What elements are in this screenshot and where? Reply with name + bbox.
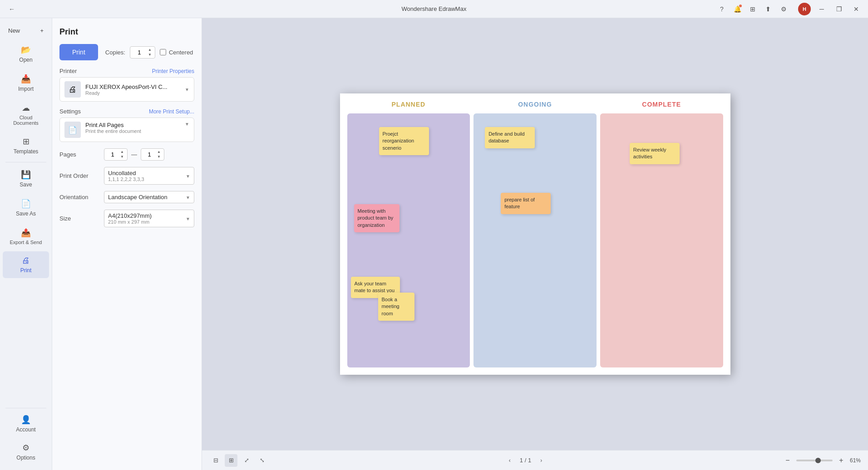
printer-section: Printer Printer Properties 🖨 FUJI XEROX … — [59, 68, 194, 102]
toolbar-icons: ? 🔔 ⊞ ⬆ ⚙ — [715, 3, 794, 15]
pages-dash: — — [131, 151, 137, 158]
save-label: Save — [20, 181, 32, 188]
layout-button[interactable]: ⊞ — [746, 3, 759, 15]
settings-dropdown-arrow[interactable]: ▼ — [185, 122, 189, 127]
kanban-header-ongoing: ONGOING — [473, 101, 597, 110]
page-prev-button[interactable]: ‹ — [504, 455, 515, 466]
sidebar-item-templates[interactable]: ⊞ Templates — [3, 132, 49, 159]
close-button[interactable]: ✕ — [850, 3, 863, 15]
zoom-level: 61% — [850, 457, 861, 464]
orientation-arrow: ▼ — [186, 195, 190, 200]
help-button[interactable]: ? — [715, 3, 728, 15]
export-label: Export & Send — [10, 240, 42, 245]
sidebar-item-export[interactable]: 📤 Export & Send — [3, 223, 49, 250]
kanban-col-complete: Review weekly activities — [600, 113, 723, 367]
back-button[interactable]: ← — [5, 3, 18, 15]
notification-button[interactable]: 🔔 — [731, 3, 744, 15]
sidebar-item-account[interactable]: 👤 Account — [3, 410, 49, 437]
printer-status: Ready — [85, 90, 180, 96]
zoom-thumb — [815, 458, 821, 463]
cloud-icon: ☁ — [22, 103, 30, 113]
more-print-setup-link[interactable]: More Print Setup... — [149, 108, 194, 115]
centered-label: Centered — [169, 49, 193, 56]
zoom-slider[interactable] — [796, 460, 833, 461]
sidebar-item-cloud[interactable]: ☁ Cloud Documents — [3, 98, 49, 130]
view-collapse-btn[interactable]: ⤡ — [256, 454, 268, 467]
settings-button[interactable]: ⚙ — [777, 3, 790, 15]
preview-toolbar: ⊟ ⊞ ⤢ ⤡ ‹ 1 / 1 › − + 61% — [202, 450, 868, 470]
page-to-input[interactable] — [143, 151, 156, 158]
sidebar-item-saveas[interactable]: 📄 Save As — [3, 194, 49, 221]
centered-checkbox[interactable] — [160, 49, 166, 55]
sidebar-divider-1 — [5, 162, 46, 162]
import-label: Import — [18, 86, 34, 92]
copies-row: Copies: ▲ ▼ Centered — [105, 46, 193, 59]
sidebar-item-import[interactable]: 📥 Import — [3, 69, 49, 97]
page-to-up[interactable]: ▲ — [156, 150, 162, 154]
title-bar-left: ← — [5, 3, 18, 15]
printer-name: FUJI XEROX ApeosPort-VI C... — [85, 83, 180, 90]
print-order-select[interactable]: Uncollated 1,1,1 2,2,2 3,3,3 ▼ — [104, 167, 194, 185]
open-label: Open — [19, 57, 32, 63]
page-from-input[interactable] — [106, 151, 119, 158]
sidebar-item-open[interactable]: 📂 Open — [3, 40, 49, 68]
size-value: A4(210x297mm) — [108, 212, 190, 219]
settings-section-label: Settings — [59, 108, 81, 115]
page-next-button[interactable]: › — [536, 455, 547, 466]
printer-properties-link[interactable]: Printer Properties — [152, 68, 194, 74]
saveas-icon: 📄 — [21, 199, 31, 209]
sidebar: New + 📂 Open 📥 Import ☁ Cloud Documents … — [0, 18, 52, 470]
toolbar-center: ‹ 1 / 1 › — [504, 455, 547, 466]
minimize-button[interactable]: ─ — [815, 3, 828, 15]
settings-icon: 📄 — [64, 122, 81, 138]
export-icon: 📤 — [21, 228, 31, 238]
share-button[interactable]: ⬆ — [762, 3, 774, 15]
page-preview: PLANNED ONGOING COMPLETE Proejct reorgan… — [340, 93, 730, 375]
settings-box[interactable]: 📄 Print All Pages Print the entire docum… — [59, 118, 194, 142]
copies-up-button[interactable]: ▲ — [147, 48, 153, 52]
copies-down-button[interactable]: ▼ — [147, 53, 153, 57]
copies-input-wrap: ▲ ▼ — [130, 46, 155, 59]
kanban-board: PLANNED ONGOING COMPLETE Proejct reorgan… — [340, 93, 730, 375]
view-expand-btn[interactable]: ⤢ — [240, 454, 253, 467]
print-order-row: Print Order Uncollated 1,1,1 2,2,2 3,3,3… — [59, 167, 194, 185]
sidebar-divider-2 — [5, 408, 46, 408]
size-sub: 210 mm x 297 mm — [108, 219, 190, 225]
app-title: Wondershare EdrawMax — [402, 5, 467, 12]
printer-info: FUJI XEROX ApeosPort-VI C... Ready — [85, 83, 180, 96]
toolbar-left: ⊟ ⊞ ⤢ ⤡ — [209, 454, 268, 467]
settings-header: Settings More Print Setup... — [59, 108, 194, 115]
page-separator: / — [525, 457, 528, 464]
printer-dropdown-arrow[interactable]: ▼ — [185, 87, 189, 92]
sidebar-item-new[interactable]: New + — [3, 23, 49, 39]
avatar-button[interactable]: H — [798, 3, 811, 15]
printer-box[interactable]: 🖨 FUJI XEROX ApeosPort-VI C... Ready ▼ — [59, 77, 194, 102]
orientation-select[interactable]: Landscape Orientation ▼ — [104, 191, 194, 203]
page-to-spinner: ▲ ▼ — [156, 150, 162, 159]
view-page-btn[interactable]: ⊟ — [209, 454, 222, 467]
size-label: Size — [59, 215, 100, 222]
sidebar-item-print[interactable]: 🖨 Print — [3, 251, 49, 278]
saveas-label: Save As — [16, 211, 36, 217]
print-icon: 🖨 — [22, 256, 30, 265]
orientation-row: Orientation Landscape Orientation ▼ — [59, 191, 194, 203]
page-from-down[interactable]: ▼ — [119, 155, 125, 159]
settings-desc: Print the entire document — [85, 128, 180, 134]
kanban-col-ongoing: Define and build database prepare list o… — [473, 113, 597, 367]
copies-input[interactable] — [132, 49, 147, 56]
sidebar-item-options[interactable]: ⚙ Options — [3, 438, 49, 465]
kanban-header-planned: PLANNED — [347, 101, 470, 110]
zoom-in-button[interactable]: + — [836, 455, 846, 465]
print-button[interactable]: Print — [59, 44, 98, 60]
sidebar-item-save[interactable]: 💾 Save — [3, 165, 49, 192]
print-order-arrow: ▼ — [186, 173, 190, 178]
options-icon: ⚙ — [22, 443, 30, 453]
account-icon: 👤 — [21, 415, 31, 425]
view-grid-btn[interactable]: ⊞ — [225, 454, 237, 467]
sticky-note-7: Review weekly activities — [630, 143, 680, 164]
restore-button[interactable]: ❐ — [833, 3, 845, 15]
page-from-up[interactable]: ▲ — [119, 150, 125, 154]
zoom-out-button[interactable]: − — [783, 455, 793, 465]
size-select[interactable]: A4(210x297mm) 210 mm x 297 mm ▼ — [104, 210, 194, 227]
page-to-down[interactable]: ▼ — [156, 155, 162, 159]
